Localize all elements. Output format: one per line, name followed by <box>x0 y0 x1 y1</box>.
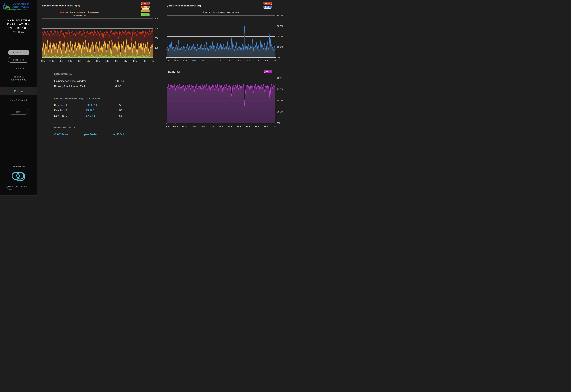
threshold-dot-icon <box>213 12 215 13</box>
svg-text:-70s: -70s <box>86 60 90 62</box>
svg-text:-80s: -80s <box>201 125 205 127</box>
key-pool-3-label: Key Pool 3 <box>54 114 67 117</box>
svg-text:-60s: -60s <box>219 59 223 62</box>
error-detection-value-badge: 224 <box>141 6 149 9</box>
sidebar: h HOCHSCHULE NORDHAUSEN University of Ap… <box>0 0 37 196</box>
svg-text:-80s: -80s <box>201 59 205 62</box>
pause-button[interactable]: pause <box>9 109 29 114</box>
key-pool-1-label: Key Pool 1 <box>54 104 67 107</box>
svg-text:-110s: -110s <box>173 125 178 127</box>
singles-line2: Coincidences <box>0 78 37 81</box>
error-detection-dot-icon <box>70 12 72 13</box>
svg-text:0s: 0s <box>274 125 277 127</box>
coincidence-time-window-value: 1.00 ns <box>115 80 124 83</box>
svg-text:100%: 100% <box>277 77 282 79</box>
threshold-value-badge: 11.0% <box>264 2 272 5</box>
monitoring-data-heading: Monitoring Data <box>54 126 75 129</box>
svg-text:600: 600 <box>155 17 158 20</box>
sidebar-item-help-support[interactable]: Help & Support <box>0 98 37 102</box>
legend-secure-key-label: Secure Key <box>76 14 86 16</box>
bitrates-chart-title: Bitrates of Protocol Stages [bps] <box>42 4 80 7</box>
svg-text:50.0%: 50.0% <box>277 99 283 102</box>
svg-text:-40s: -40s <box>114 60 118 62</box>
svg-text:150: 150 <box>155 47 158 49</box>
app-title: QKD SYSTEM EVALUATION INTERFACE <box>0 19 37 30</box>
svg-text:-90s: -90s <box>192 59 196 62</box>
svg-text:-70s: -70s <box>210 59 214 62</box>
svg-text:-20s: -20s <box>255 125 259 127</box>
bitrates-chart: 6004503001500-120s-110s-100s-90s-80s-70s… <box>41 17 163 65</box>
sidebar-item-overview[interactable]: Overview <box>0 67 37 70</box>
key-pool-3-protocol-link[interactable]: SKS v4 <box>86 114 95 117</box>
qber-badge-stack: 11.0% 7.45% <box>264 2 272 9</box>
legend-qber: QBER <box>203 11 211 13</box>
sidebar-item-protocol[interactable]: Protocol <box>0 87 37 95</box>
svg-text:0: 0 <box>155 56 156 59</box>
svg-text:-100s: -100s <box>182 125 187 127</box>
key-pool-2-protocol-link[interactable]: ETSI 014 <box>86 109 97 112</box>
company-city: JENA <box>6 188 34 191</box>
get-json-link[interactable]: get JSON <box>112 133 124 136</box>
secure-key-value-badge: 0 <box>141 13 149 16</box>
qber-chart: 40.0%30.0%20.0%10.0%0%-120s-110s-100s-90… <box>166 14 286 64</box>
link-button-sr1b-lr2[interactable]: SR1b - LR2 <box>8 57 29 63</box>
svg-text:0s: 0s <box>152 60 154 62</box>
bitrates-legend-row2: Secure Key <box>42 14 118 16</box>
bitrates-legend-row1: Sifting Error Detection Verification <box>42 11 118 13</box>
privacy-amplification-ratio-value: -1.00 <box>115 85 121 88</box>
svg-text:-100s: -100s <box>182 59 187 62</box>
open-folder-link[interactable]: open Folder <box>83 133 97 136</box>
svg-text:-80s: -80s <box>77 60 81 62</box>
app-title-line3: INTERFACE <box>0 26 37 30</box>
sidebar-item-singles-coincidences[interactable]: Singles & Coincidences <box>0 75 37 81</box>
svg-text:-120s: -120s <box>41 60 45 62</box>
svg-text:-60s: -60s <box>219 125 223 127</box>
verification-value-badge: 0 <box>141 9 149 12</box>
svg-text:-10s: -10s <box>264 125 268 127</box>
qber-chart-title: QBER, Quantum Bit Error [%] <box>167 4 201 7</box>
svg-text:300: 300 <box>155 37 158 39</box>
verification-dot-icon <box>88 12 89 13</box>
svg-text:40.0%: 40.0% <box>277 14 283 17</box>
sifting-value-badge: 376 <box>141 2 149 5</box>
svg-text:-70s: -70s <box>210 125 214 127</box>
key-pool-1-protocol-link[interactable]: ETSI 014 <box>86 104 97 107</box>
legend-threshold-label: Threshold for QKD Protocol <box>215 11 239 13</box>
svg-text:-40s: -40s <box>237 59 241 62</box>
legend-verification: Verification <box>88 11 99 13</box>
sifting-dot-icon <box>60 12 62 13</box>
svg-text:-40s: -40s <box>237 125 241 127</box>
legend-error-detection-label: Error Detection <box>72 11 85 13</box>
svg-text:-60s: -60s <box>95 60 100 62</box>
key-pool-2-label: Key Pool 2 <box>54 109 67 112</box>
qber-dot-icon <box>203 12 204 13</box>
app-window: h HOCHSCHULE NORDHAUSEN University of Ap… <box>0 0 286 196</box>
svg-text:-30s: -30s <box>246 125 250 127</box>
svg-text:-90s: -90s <box>68 60 72 62</box>
fidelity-value-badge: 85.1% <box>264 70 272 73</box>
svg-text:-10s: -10s <box>142 60 146 62</box>
svg-text:-50s: -50s <box>228 59 232 62</box>
svg-text:0%: 0% <box>277 56 280 58</box>
key-pool-1-count: 56 <box>119 104 122 107</box>
legend-qber-label: QBER <box>205 11 211 13</box>
svg-text:20.0%: 20.0% <box>277 35 283 38</box>
qber-value-badge: 7.45% <box>264 6 272 9</box>
qkd-settings-heading: QKD Settings <box>54 72 72 76</box>
svg-text:-30s: -30s <box>123 60 127 62</box>
svg-text:-30s: -30s <box>246 59 250 62</box>
fidelity-chart: 100%75.0%50.0%25.0%0%-120s-110s-100s-90s… <box>166 76 286 132</box>
csv-viewer-link[interactable]: CSV Viewer <box>54 133 69 136</box>
legend-secure-key: Secure Key <box>73 14 86 16</box>
svg-text:75.0%: 75.0% <box>277 88 283 90</box>
hochschule-nordhausen-logo: h HOCHSCHULE NORDHAUSEN University of Ap… <box>3 2 35 11</box>
sidebar-bottom-strip <box>0 195 37 196</box>
svg-text:-100s: -100s <box>58 60 63 62</box>
bitrates-badge-stack: 376 224 0 0 <box>141 2 149 16</box>
coincidence-time-window-label: Coincidence Time Window <box>54 80 86 83</box>
link-button-sr1a-lr1[interactable]: SR1a - LR1 <box>8 50 29 55</box>
svg-text:-20s: -20s <box>255 59 259 62</box>
secure-key-dot-icon <box>73 15 75 16</box>
svg-text:-110s: -110s <box>173 59 178 62</box>
svg-text:-20s: -20s <box>132 60 137 62</box>
